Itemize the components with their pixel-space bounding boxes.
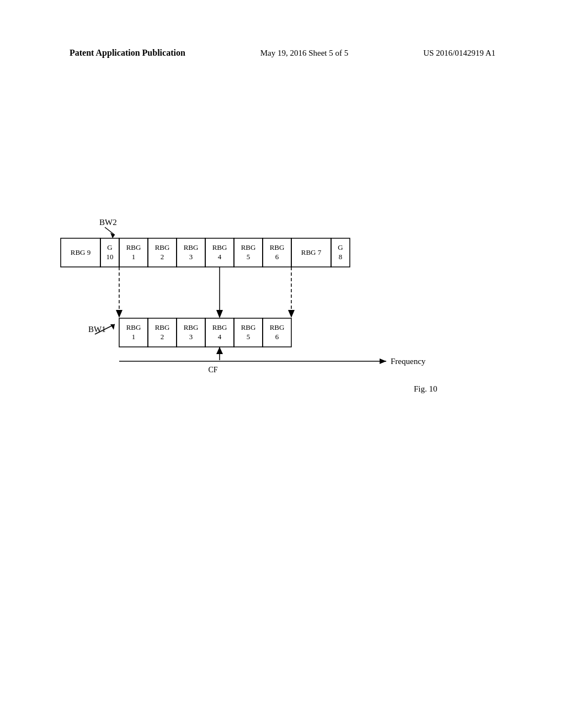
bw2-cell-g10-text2: 10 (106, 253, 114, 261)
bw1-cell-rbg5-text2: 5 (247, 333, 250, 341)
bw1-cell-rbg1-text1: RBG (126, 323, 141, 331)
header-date-sheet: May 19, 2016 Sheet 5 of 5 (260, 49, 349, 58)
bw2-cell-rbg2-text1: RBG (155, 243, 170, 251)
bw2-cell-rbg4-text2: 4 (218, 253, 222, 261)
bw2-cell-rbg2-text2: 2 (161, 253, 164, 261)
diagram-svg: BW2 RBG 9 G 10 RBG 1 RBG 2 RBG 3 RBG 4 R… (55, 210, 497, 408)
bw2-cell-rbg1-text1: RBG (126, 243, 141, 251)
bw2-cell-rbg1-text2: 1 (132, 253, 136, 261)
cf-arrowhead (216, 347, 223, 354)
frequency-arrowhead (380, 358, 386, 364)
bw1-label: BW1 (88, 325, 106, 334)
bw1-cell-rbg3-text1: RBG (184, 323, 199, 331)
bw2-cell-rbg7-text: RBG 7 (301, 248, 322, 256)
bw1-cell-rbg6-text1: RBG (270, 323, 285, 331)
bw2-cell-rbg5-text2: 5 (247, 253, 250, 261)
bw2-cell-g8-text2: 8 (339, 253, 343, 261)
bw2-arrow-line (105, 227, 115, 235)
bw2-cell-rbg6-text2: 6 (275, 253, 279, 261)
header-publication: Patent Application Publication (70, 48, 185, 58)
bw1-cell-rbg2-text2: 2 (161, 333, 164, 341)
frequency-label: Frequency (391, 357, 426, 366)
bw1-cell-rbg6-text2: 6 (275, 333, 279, 341)
bw1-cell-rbg3-text2: 3 (189, 333, 193, 341)
bw2-cell-g10-text1: G (107, 243, 112, 251)
bw2-cell-rbg5-text1: RBG (241, 243, 256, 251)
bw2-cell-g8-text1: G (338, 243, 343, 251)
bw2-cell-rbg6-text1: RBG (270, 243, 285, 251)
header-patent-number: US 2016/0142919 A1 (423, 49, 495, 58)
bw1-cell-rbg1-text2: 1 (132, 333, 136, 341)
connector-left-arrow (116, 310, 122, 318)
bw2-cell-rbg9-text: RBG 9 (71, 248, 90, 256)
bw1-cell-rbg4-text1: RBG (212, 323, 227, 331)
bw2-label: BW2 (99, 218, 117, 227)
bw2-cell-rbg3-text2: 3 (189, 253, 193, 261)
bw2-cell-rbg3-text1: RBG (184, 243, 199, 251)
cf-label: CF (208, 366, 217, 374)
bw1-cell-rbg5-text1: RBG (241, 323, 256, 331)
bw2-cell-rbg4-text1: RBG (212, 243, 227, 251)
bw1-cell-rbg2-text1: RBG (155, 323, 170, 331)
fig-label: Fig. 10 (414, 384, 438, 393)
center-arrow-head (216, 310, 223, 318)
bw1-cell-rbg4-text2: 4 (218, 333, 222, 341)
connector-right-arrow (288, 310, 295, 318)
bw1-arrow-head (110, 324, 115, 330)
